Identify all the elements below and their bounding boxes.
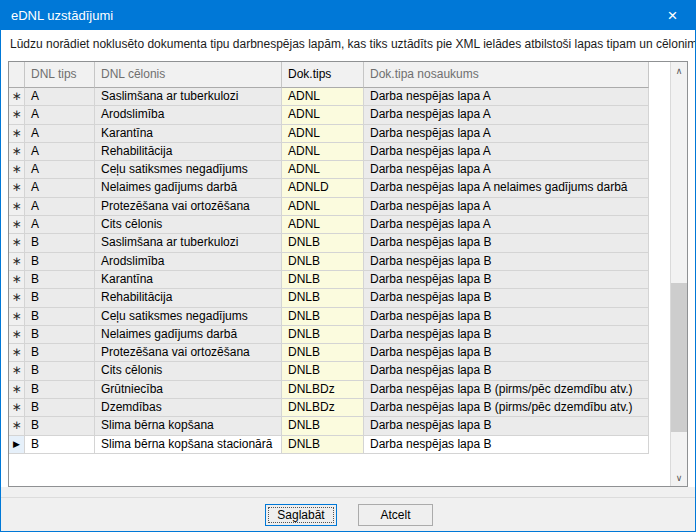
row-indicator[interactable]: ∗ (9, 344, 25, 362)
cell-dok-tipa-nosaukums[interactable]: Darba nespējas lapa A (364, 125, 649, 143)
cell-dok-tipa-nosaukums[interactable]: Darba nespējas lapa B (364, 362, 649, 380)
cell-dnl-tips[interactable]: B (25, 344, 95, 362)
cell-dok-tips[interactable]: ADNL (282, 143, 364, 161)
cell-dnl-celonis[interactable]: Karantīna (95, 125, 282, 143)
cell-dnl-celonis[interactable]: Protezēšana vai ortozēšana (95, 344, 282, 362)
row-indicator[interactable]: ∗ (9, 179, 25, 197)
cell-dok-tips[interactable]: ADNLD (282, 179, 364, 197)
cell-dok-tipa-nosaukums[interactable]: Darba nespējas lapa B (pirms/pēc dzemdīb… (364, 399, 649, 417)
cell-dok-tipa-nosaukums[interactable]: Darba nespējas lapa A nelaimes gadījums … (364, 179, 649, 197)
table-row[interactable]: ∗ASaslimšana ar tuberkuloziADNLDarba nes… (9, 88, 649, 106)
table-row[interactable]: ∗ANelaimes gadījums darbāADNLDDarba nesp… (9, 179, 649, 197)
cell-dok-tips[interactable]: ADNL (282, 216, 364, 234)
row-indicator[interactable]: ∗ (9, 253, 25, 271)
row-indicator[interactable]: ∗ (9, 216, 25, 234)
cell-dnl-celonis[interactable]: Nelaimes gadījums darbā (95, 179, 282, 197)
cell-dnl-tips[interactable]: B (25, 417, 95, 435)
cell-dnl-tips[interactable]: B (25, 326, 95, 344)
cell-dnl-tips[interactable]: A (25, 143, 95, 161)
vertical-scrollbar[interactable]: ∧ ∨ (670, 62, 687, 486)
cell-dnl-tips[interactable]: B (25, 289, 95, 307)
cell-dnl-celonis[interactable]: Rehabilitācija (95, 289, 282, 307)
cell-dok-tips[interactable]: DNLB (282, 417, 364, 435)
cell-dok-tips[interactable]: ADNL (282, 198, 364, 216)
cell-dok-tipa-nosaukums[interactable]: Darba nespējas lapa A (364, 216, 649, 234)
row-indicator[interactable]: ∗ (9, 143, 25, 161)
row-indicator[interactable]: ∗ (9, 271, 25, 289)
table-row[interactable]: ∗BRehabilitācijaDNLBDarba nespējas lapa … (9, 289, 649, 307)
cell-dnl-celonis[interactable]: Saslimšana ar tuberkulozi (95, 234, 282, 252)
cell-dok-tipa-nosaukums[interactable]: Darba nespējas lapa B (364, 344, 649, 362)
cell-dnl-celonis[interactable]: Slima bērna kopšana stacionārā (95, 436, 282, 454)
row-indicator[interactable]: ▶ (9, 436, 25, 454)
cell-dnl-tips[interactable]: B (25, 308, 95, 326)
row-indicator[interactable]: ∗ (9, 198, 25, 216)
cell-dok-tipa-nosaukums[interactable]: Darba nespējas lapa B (364, 308, 649, 326)
cell-dok-tips[interactable]: DNLB (282, 326, 364, 344)
cell-dnl-tips[interactable]: B (25, 362, 95, 380)
cell-dok-tips[interactable]: DNLB (282, 436, 364, 454)
cell-dok-tipa-nosaukums[interactable]: Darba nespējas lapa A (364, 161, 649, 179)
cell-dnl-tips[interactable]: A (25, 106, 95, 124)
cell-dnl-celonis[interactable]: Ceļu satiksmes negadījums (95, 161, 282, 179)
row-indicator[interactable]: ∗ (9, 125, 25, 143)
cell-dnl-celonis[interactable]: Karantīna (95, 271, 282, 289)
cell-dok-tips[interactable]: DNLB (282, 344, 364, 362)
cancel-button[interactable]: Atcelt (358, 504, 433, 526)
row-indicator[interactable]: ∗ (9, 417, 25, 435)
table-row[interactable]: ∗BArodslimībaDNLBDarba nespējas lapa B (9, 253, 649, 271)
table-row[interactable]: ∗BCeļu satiksmes negadījumsDNLBDarba nes… (9, 308, 649, 326)
scroll-up-button[interactable]: ∧ (671, 62, 687, 79)
cell-dok-tipa-nosaukums[interactable]: Darba nespējas lapa B (364, 289, 649, 307)
cell-dnl-celonis[interactable]: Arodslimība (95, 253, 282, 271)
column-header-dnl-celonis[interactable]: DNL cēlonis (95, 62, 282, 88)
cell-dok-tips[interactable]: DNLB (282, 271, 364, 289)
cell-dok-tips[interactable]: DNLB (282, 234, 364, 252)
table-row[interactable]: ∗BProtezēšana vai ortozēšanaDNLBDarba ne… (9, 344, 649, 362)
row-indicator[interactable]: ∗ (9, 234, 25, 252)
table-row[interactable]: ∗ACeļu satiksmes negadījumsADNLDarba nes… (9, 161, 649, 179)
cell-dnl-tips[interactable]: B (25, 436, 95, 454)
cell-dnl-celonis[interactable]: Arodslimība (95, 106, 282, 124)
cell-dok-tips[interactable]: ADNL (282, 88, 364, 106)
table-row[interactable]: ∗AArodslimībaADNLDarba nespējas lapa A (9, 106, 649, 124)
cell-dok-tipa-nosaukums[interactable]: Darba nespējas lapa A (364, 106, 649, 124)
scroll-down-button[interactable]: ∨ (671, 469, 687, 486)
cell-dok-tips[interactable]: ADNL (282, 161, 364, 179)
cell-dnl-celonis[interactable]: Ceļu satiksmes negadījums (95, 308, 282, 326)
cell-dok-tips[interactable]: DNLB (282, 362, 364, 380)
row-indicator[interactable]: ∗ (9, 289, 25, 307)
column-header-dok-tipa-nosaukums[interactable]: Dok.tipa nosaukums (364, 62, 649, 88)
cell-dok-tips[interactable]: ADNL (282, 106, 364, 124)
cell-dnl-tips[interactable]: A (25, 125, 95, 143)
cell-dok-tipa-nosaukums[interactable]: Darba nespējas lapa B (364, 271, 649, 289)
table-row[interactable]: ∗BSlima bērna kopšanaDNLBDarba nespējas … (9, 417, 649, 435)
close-button[interactable]: × (650, 1, 695, 30)
column-header-dnl-tips[interactable]: DNL tips (25, 62, 95, 88)
table-row[interactable]: ∗ARehabilitācijaADNLDarba nespējas lapa … (9, 143, 649, 161)
cell-dnl-celonis[interactable]: Dzemdības (95, 399, 282, 417)
cell-dnl-tips[interactable]: B (25, 399, 95, 417)
column-header-dok-tips[interactable]: Dok.tips (282, 62, 364, 88)
table-row[interactable]: ∗ACits cēlonisADNLDarba nespējas lapa A (9, 216, 649, 234)
save-button[interactable]: Saglabāt (265, 504, 337, 526)
cell-dok-tips[interactable]: DNLB (282, 308, 364, 326)
cell-dnl-celonis[interactable]: Grūtniecība (95, 381, 282, 399)
cell-dok-tipa-nosaukums[interactable]: Darba nespējas lapa B (pirms/pēc dzemdīb… (364, 381, 649, 399)
cell-dnl-celonis[interactable]: Saslimšana ar tuberkulozi (95, 88, 282, 106)
row-indicator[interactable]: ∗ (9, 308, 25, 326)
cell-dnl-tips[interactable]: B (25, 271, 95, 289)
cell-dnl-celonis[interactable]: Cits cēlonis (95, 362, 282, 380)
row-indicator[interactable]: ∗ (9, 362, 25, 380)
cell-dok-tipa-nosaukums[interactable]: Darba nespējas lapa B (364, 234, 649, 252)
cell-dok-tips[interactable]: DNLB (282, 289, 364, 307)
cell-dnl-celonis[interactable]: Rehabilitācija (95, 143, 282, 161)
row-indicator[interactable]: ∗ (9, 88, 25, 106)
table-row[interactable]: ∗BKarantīnaDNLBDarba nespējas lapa B (9, 271, 649, 289)
cell-dok-tipa-nosaukums[interactable]: Darba nespējas lapa B (364, 436, 649, 454)
row-indicator[interactable]: ∗ (9, 161, 25, 179)
row-indicator[interactable]: ∗ (9, 399, 25, 417)
cell-dnl-tips[interactable]: A (25, 161, 95, 179)
cell-dnl-tips[interactable]: B (25, 234, 95, 252)
row-indicator[interactable]: ∗ (9, 106, 25, 124)
